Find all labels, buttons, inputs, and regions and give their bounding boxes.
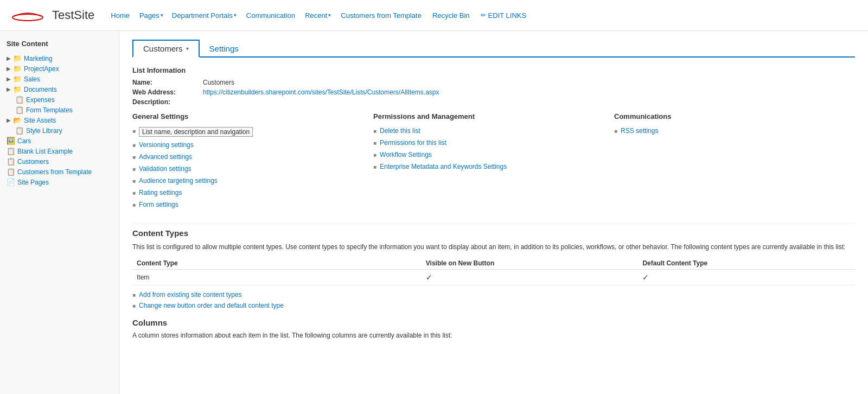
list-icon: 📋 [7,157,15,166]
nav-recent[interactable]: Recent▾ [301,8,335,23]
pages-chevron-icon: ▾ [161,12,163,18]
sidebar-item-label: ProjectApex [24,65,59,73]
gs-link-label[interactable]: Validation settings [139,165,192,173]
sidebar-item-site-assets[interactable]: ▶ 📂 Site Assets [2,115,117,125]
list-info-title: List Information [132,66,855,74]
bullet-icon: ■ [132,128,136,134]
sidebar-item-customers[interactable]: 📋 Customers [2,156,117,167]
nav-home[interactable]: Home [105,8,135,23]
folder-icon: 📁 [13,75,22,83]
gs-link-2[interactable]: ■ Advanced settings [132,153,373,161]
pm-link-3[interactable]: ■ Enterprise Metadata and Keywords Setti… [373,163,614,170]
bullet-icon: ■ [132,178,136,184]
ct-type-name: Item [132,270,422,285]
list-icon: 📋 [15,126,24,135]
add-content-type-link[interactable]: ■ Add from existing site content types [132,291,855,298]
ct-visible-check: ✓ [422,270,639,285]
logo [9,5,47,25]
gs-link-label[interactable]: Advanced settings [139,153,192,161]
bullet-icon: ■ [132,166,136,172]
content-types-section: Content Types This list is configured to… [132,224,855,309]
bullet-icon: ■ [132,154,136,160]
sidebar-item-site-pages[interactable]: 📄 Site Pages [2,177,117,187]
pm-link-2[interactable]: ■ Workflow Settings [373,151,614,158]
gs-link-label[interactable]: List name, description and navigation [139,127,253,137]
expand-icon: ▶ [7,117,11,123]
sidebar-item-label: Site Pages [17,179,49,186]
comm-link-0[interactable]: ■ RSS settings [614,127,855,135]
bullet-icon: ■ [132,202,136,208]
pm-link-0[interactable]: ■ Delete this list [373,127,614,135]
gs-link-0[interactable]: ■ List name, description and navigation [132,127,373,137]
pm-link-label[interactable]: Enterprise Metadata and Keywords Setting… [380,163,507,170]
site-title: TestSite [52,8,94,22]
bullet-icon: ■ [373,128,376,134]
gs-link-6[interactable]: ■ Form settings [132,201,373,208]
gs-link-label[interactable]: Audience targeting settings [139,177,218,185]
bullet-icon: ■ [373,152,376,158]
header: TestSite Home Pages▾ Department Portals▾… [0,0,868,31]
gs-link-1[interactable]: ■ Versioning settings [132,141,373,149]
change-order-label[interactable]: Change new button order and default cont… [139,302,284,309]
ct-col-type: Content Type [132,257,422,270]
communications-title: Communications [614,112,855,120]
field-webaddress-value: https://citizenbuilders.sharepoint.com/s… [203,88,439,96]
sidebar-item-cars[interactable]: 🖼️ Cars [2,136,117,146]
tabs-container: Customers ▾ Settings [132,40,855,58]
pencil-icon: ✏ [481,11,486,19]
tab-dropdown-icon: ▾ [186,46,189,52]
nav-customers-from-template[interactable]: Customers from Template [335,8,427,23]
content-types-title: Content Types [132,224,855,238]
sidebar-section-title: Site Content [2,37,117,50]
comm-link-label[interactable]: RSS settings [621,127,658,135]
ct-header-row: Content Type Visible on New Button Defau… [132,257,855,270]
pm-link-1[interactable]: ■ Permissions for this list [373,139,614,147]
sidebar-item-form-templates[interactable]: 📋 Form Templates [2,105,117,115]
nav-department-portals[interactable]: Department Portals▾ [168,8,241,23]
sidebar-item-documents[interactable]: ▶ 📁 Documents [2,84,117,94]
list-icon: 📋 [15,106,24,114]
sidebar-item-customers-from-template[interactable]: 📋 Customers from Template [2,167,117,177]
main-layout: Site Content ▶ 📁 Marketing ▶ 📁 ProjectAp… [0,31,868,394]
sidebar-item-style-library[interactable]: 📋 Style Library [2,125,117,136]
top-nav: Home Pages▾ Department Portals▾ Communic… [105,8,532,23]
sidebar-item-label: Form Templates [26,106,73,114]
gs-link-label[interactable]: Form settings [139,201,178,208]
sidebar-item-projectapex[interactable]: ▶ 📁 ProjectApex [2,63,117,74]
sidebar-item-marketing[interactable]: ▶ 📁 Marketing [2,53,117,63]
dept-chevron-icon: ▾ [234,12,237,18]
field-webaddress-label: Web Address: [132,88,203,96]
columns-title: Columns [132,318,855,327]
sidebar-item-label: Customers from Template [17,168,92,176]
bullet-icon: ■ [132,190,136,196]
gs-link-label[interactable]: Versioning settings [139,141,194,149]
tab-settings-label: Settings [209,44,239,53]
gs-link-5[interactable]: ■ Rating settings [132,189,373,196]
pm-link-label[interactable]: Permissions for this list [380,139,446,147]
gs-link-3[interactable]: ■ Validation settings [132,165,373,173]
page-icon: 📄 [7,178,15,186]
ct-col-visible: Visible on New Button [422,257,639,270]
ct-row-item: Item ✓ ✓ [132,270,855,285]
edit-links-button[interactable]: ✏ EDIT LINKS [475,8,532,23]
pm-link-label[interactable]: Workflow Settings [380,151,432,158]
columns-desc: A column stores information about each i… [132,331,855,340]
nav-communication[interactable]: Communication [241,8,301,23]
nav-recycle-bin[interactable]: Recycle Bin [427,8,475,23]
nav-pages[interactable]: Pages▾ [135,8,168,23]
sidebar-item-blank-list[interactable]: 📋 Blank List Example [2,146,117,156]
add-ct-label[interactable]: Add from existing site content types [139,291,241,298]
gs-link-4[interactable]: ■ Audience targeting settings [132,177,373,185]
sidebar-item-sales[interactable]: ▶ 📁 Sales [2,74,117,84]
sidebar-item-expenses[interactable]: 📋 Expenses [2,94,117,105]
folder-icon: 📁 [13,85,22,93]
expand-icon: ▶ [7,76,11,82]
pm-link-label[interactable]: Delete this list [380,127,420,135]
tab-settings[interactable]: Settings [200,41,248,56]
change-button-order-link[interactable]: ■ Change new button order and default co… [132,302,855,309]
expand-icon: ▶ [7,66,11,72]
tab-customers[interactable]: Customers ▾ [132,40,200,58]
list-info-section: List Information Name: Customers Web Add… [132,66,855,106]
main-content: Customers ▾ Settings List Information Na… [119,31,868,394]
gs-link-label[interactable]: Rating settings [139,189,182,196]
